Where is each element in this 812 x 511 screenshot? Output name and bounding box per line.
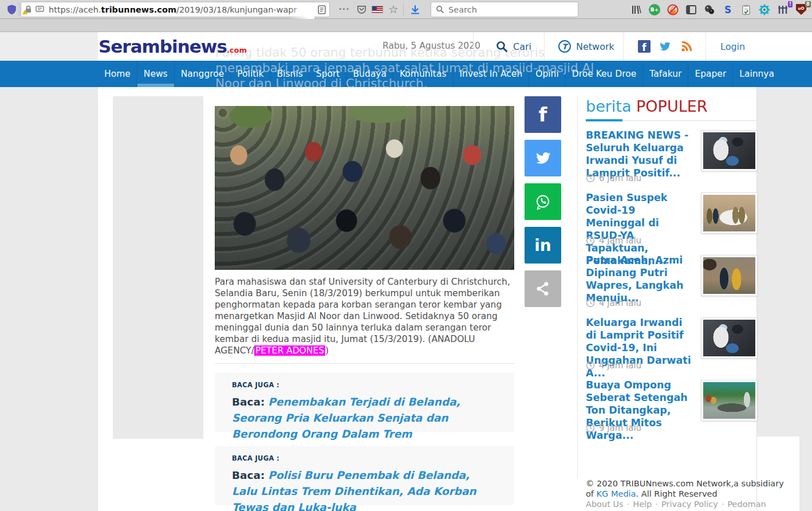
footer-links-row: About Us·Help·Privacy Policy·Pedoman Med… bbox=[586, 500, 785, 511]
search-input[interactable] bbox=[448, 5, 563, 14]
url-fade bbox=[289, 5, 314, 19]
download-icon[interactable] bbox=[407, 0, 424, 19]
linkedin-icon: in bbox=[534, 236, 551, 255]
url-bar[interactable]: https://aceh.tribunnews.com/2019/03/18/k… bbox=[21, 2, 330, 17]
kg-media-link[interactable]: KG Media bbox=[597, 489, 636, 498]
read-also-prefix: Baca: bbox=[232, 469, 265, 481]
bookmark-star-icon[interactable]: ☆ bbox=[386, 0, 401, 19]
footer-link-about-us[interactable]: About Us bbox=[586, 500, 624, 509]
nav-item-sport[interactable]: Sport bbox=[309, 61, 346, 87]
toolbar-divider bbox=[19, 3, 19, 16]
header-divider bbox=[705, 32, 706, 61]
nav-item-news[interactable]: News bbox=[137, 61, 174, 87]
facebook-icon: f bbox=[539, 103, 547, 126]
nav-item-home[interactable]: Home bbox=[98, 61, 137, 87]
b-plus-extension-icon[interactable]: B+ bbox=[648, 3, 661, 16]
search-bar[interactable] bbox=[431, 2, 578, 17]
sidebar-title-accent bbox=[586, 119, 622, 121]
network-menu[interactable]: T Network bbox=[558, 32, 614, 61]
twitter-icon[interactable] bbox=[659, 40, 671, 53]
header-date: Rabu, 5 Agustus 2020 bbox=[383, 41, 480, 51]
share-facebook-button[interactable]: f bbox=[525, 96, 561, 133]
clock-icon bbox=[586, 236, 595, 245]
share-more-button[interactable] bbox=[525, 270, 561, 307]
gear-extension-icon[interactable] bbox=[758, 3, 771, 16]
popular-item: BREAKING NEWS - Seluruh Keluarga Irwandi… bbox=[586, 129, 758, 191]
copyright-text: © 2020 TRIBUNnews.com Network,a subsidia… bbox=[586, 479, 785, 499]
share-icon bbox=[535, 281, 551, 297]
popular-item-thumbnail[interactable] bbox=[701, 380, 758, 421]
popular-item: Keluarga Irwandi di Lamprit Positif Covi… bbox=[586, 316, 758, 379]
web-page: Paling tidak 50 orang terbunuh ketika se… bbox=[0, 32, 812, 511]
facebook-icon[interactable]: f bbox=[638, 40, 651, 53]
nav-item-budaya[interactable]: Budaya bbox=[346, 61, 392, 87]
popular-item: Pasien Suspek Covid-19 Meninggal di RSUD… bbox=[586, 191, 758, 254]
reader-view-icon[interactable] bbox=[318, 5, 326, 14]
sidebar-panel-extension-icon[interactable] bbox=[685, 3, 697, 16]
pocket-icon[interactable] bbox=[354, 0, 369, 19]
popular-item-thumbnail[interactable] bbox=[701, 192, 758, 234]
lock-icon[interactable] bbox=[25, 5, 32, 14]
nav-item-komunitas[interactable]: Komunitas bbox=[393, 61, 453, 87]
popular-item-time: 4 jam lalu bbox=[586, 298, 641, 308]
popular-item-thumbnail[interactable] bbox=[701, 130, 758, 171]
nav-item-droe-keu-droe[interactable]: Droe Keu Droe bbox=[565, 61, 643, 87]
photo-caption: Para mahasiswa dan staf University of Ca… bbox=[215, 276, 514, 356]
popular-item: Putra Aceh, Azmi Dipinang Putri Wapres, … bbox=[586, 254, 758, 316]
share-whatsapp-button[interactable] bbox=[525, 183, 561, 220]
nav-item-epaper[interactable]: Epaper bbox=[688, 61, 732, 87]
containers-badge: ! bbox=[788, 1, 793, 7]
popular-item-thumbnail[interactable] bbox=[701, 255, 758, 296]
whatsapp-icon bbox=[534, 192, 552, 211]
permissions-icon[interactable] bbox=[36, 6, 44, 13]
s-app-extension-icon[interactable]: S bbox=[722, 3, 734, 16]
share-linkedin-button[interactable]: in bbox=[525, 227, 561, 264]
popular-item-thumbnail[interactable] bbox=[701, 317, 758, 359]
nav-item-politik[interactable]: Politik bbox=[230, 61, 270, 87]
read-also-box: BACA JUGA : Baca: Polisi Buru Penembak d… bbox=[215, 446, 514, 505]
containers-extension-icon[interactable]: ! bbox=[776, 3, 789, 16]
fire-blocker-extension-icon[interactable] bbox=[667, 3, 679, 16]
ublock-badge: 8 bbox=[805, 1, 811, 7]
ublock-extension-icon[interactable]: uO 8 bbox=[795, 3, 807, 16]
language-flag-icon[interactable] bbox=[370, 0, 385, 19]
popular-item-title[interactable]: Putra Aceh, Azmi Dipinang Putri Wapres, … bbox=[586, 254, 696, 304]
doc-check-extension-icon[interactable] bbox=[740, 3, 752, 16]
extension-icons: B+ S ! uO 8 bbox=[630, 0, 807, 19]
header-divider bbox=[473, 32, 474, 61]
url-text[interactable]: https://aceh.tribunnews.com/2019/03/18/k… bbox=[49, 5, 318, 14]
rss-icon[interactable] bbox=[680, 40, 693, 53]
nav-item-tafakur[interactable]: Tafakur bbox=[642, 61, 688, 87]
read-also-box: BACA JUGA : Baca: Penembakan Terjadi di … bbox=[215, 372, 514, 432]
secondary-toolbar bbox=[0, 19, 812, 32]
column-divider bbox=[577, 96, 578, 479]
nav-item-nanggroe[interactable]: Nanggroe bbox=[174, 61, 231, 87]
clock-icon bbox=[586, 298, 595, 308]
footer-link-help[interactable]: Help bbox=[633, 500, 652, 509]
tribun-network-icon: T bbox=[558, 40, 571, 53]
site-logo[interactable]: Serambinews.com bbox=[98, 36, 247, 57]
popular-item-time: 9 jam lalu bbox=[586, 423, 641, 433]
sidebar-footer: © 2020 TRIBUNnews.com Network,a subsidia… bbox=[586, 479, 785, 511]
read-also-link[interactable]: Polisi Buru Penembak di Belanda, Lalu Li… bbox=[232, 469, 476, 511]
overflow-menu-icon[interactable]: ••• bbox=[337, 0, 352, 19]
site-search-button[interactable]: Cari bbox=[496, 32, 531, 61]
clock-icon bbox=[586, 423, 595, 433]
nav-item-opini[interactable]: Opini bbox=[529, 61, 565, 87]
library-icon[interactable] bbox=[630, 3, 642, 16]
cookies-extension-icon[interactable] bbox=[703, 3, 716, 16]
popular-item-time: 4 jam lalu bbox=[586, 235, 641, 246]
tracking-shield-icon[interactable] bbox=[5, 0, 18, 19]
read-also-link[interactable]: Penembakan Terjadi di Belanda, Seorang P… bbox=[232, 396, 460, 440]
footer-link-privacy-policy[interactable]: Privacy Policy bbox=[661, 500, 718, 509]
nav-item-invest-in-aceh[interactable]: Invest In Aceh bbox=[453, 61, 529, 87]
popular-item-title[interactable]: BREAKING NEWS - Seluruh Keluarga Irwandi… bbox=[586, 129, 696, 179]
login-button[interactable]: Login bbox=[720, 32, 745, 61]
share-twitter-button[interactable] bbox=[525, 140, 561, 176]
nav-item-bisnis[interactable]: Bisnis bbox=[270, 61, 309, 87]
clock-icon bbox=[586, 174, 595, 183]
header-divider bbox=[623, 32, 624, 61]
popular-item-time: 6 jam lalu bbox=[586, 173, 641, 183]
search-icon bbox=[436, 5, 444, 14]
nav-item-lainnya[interactable]: Lainnya bbox=[732, 61, 781, 87]
